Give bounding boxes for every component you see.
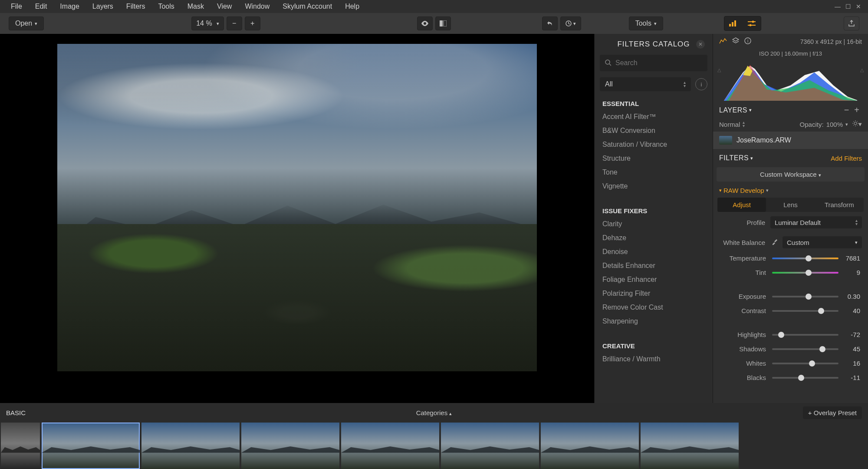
add-filters-button[interactable]: Add Filters [831, 155, 862, 162]
filter-accent-ai-filter-[interactable]: Accent AI Filter™ [595, 110, 713, 124]
image-dimensions: 7360 x 4912 px | 16-bit [800, 38, 862, 45]
filter-details-enhancer[interactable]: Details Enhancer [595, 259, 713, 273]
chevron-down-icon: ▾ [654, 21, 657, 26]
svg-rect-0 [440, 20, 443, 26]
profile-dropdown[interactable]: Luminar Default ▴▾ [770, 216, 862, 228]
add-layer-button[interactable]: + [852, 105, 862, 115]
filter-polarizing-filter[interactable]: Polarizing Filter [595, 287, 713, 301]
zoom-out-button[interactable]: − [227, 17, 242, 30]
window-close[interactable]: ✕ [853, 3, 864, 10]
zoom-dropdown[interactable]: 14 % ▾ [191, 17, 224, 30]
histogram-tab-icon[interactable] [719, 38, 727, 46]
export-button[interactable] [844, 17, 859, 30]
slider-track[interactable] [772, 348, 838, 350]
filter-dehaze[interactable]: Dehaze [595, 231, 713, 245]
overlay-preset-button[interactable]: + Overlay Preset [803, 406, 862, 419]
history-button[interactable]: ▾ [560, 17, 581, 30]
search-input-wrap[interactable] [600, 55, 707, 71]
tab-lens[interactable]: Lens [766, 198, 815, 212]
layer-item[interactable]: JoseRamos.ARW [713, 132, 868, 149]
slider-track[interactable] [772, 272, 838, 274]
slider-value: 40 [838, 307, 860, 314]
filter-denoise[interactable]: Denoise [595, 245, 713, 259]
categories-dropdown[interactable]: Categories ▴ [416, 409, 452, 416]
compare-button[interactable] [435, 17, 451, 30]
preset-thumb[interactable] [42, 423, 140, 469]
menu-help[interactable]: Help [339, 3, 366, 10]
slider-knob[interactable] [818, 308, 824, 314]
filter-vignette[interactable]: Vignette [595, 179, 713, 193]
slider-knob[interactable] [806, 294, 812, 300]
tab-transform[interactable]: Transform [815, 198, 864, 212]
preset-thumb[interactable] [441, 423, 539, 469]
slider-track[interactable] [772, 296, 838, 297]
menu-filters[interactable]: Filters [120, 3, 152, 10]
menu-window[interactable]: Window [238, 3, 276, 10]
catalog-scope-dropdown[interactable]: All ▴▾ [600, 77, 691, 91]
slider-knob[interactable] [809, 360, 815, 367]
opacity-value[interactable]: 100% [826, 121, 843, 128]
undo-button[interactable] [542, 17, 558, 30]
zoom-in-button[interactable]: + [245, 17, 260, 30]
eyedropper-button[interactable] [770, 238, 780, 247]
filter-clarity[interactable]: Clarity [595, 217, 713, 231]
preset-thumb[interactable] [341, 423, 439, 469]
preset-thumb[interactable] [541, 423, 639, 469]
menu-file[interactable]: File [4, 3, 29, 10]
clip-warning-right-icon[interactable]: △ [860, 67, 864, 73]
slider-track[interactable] [772, 377, 838, 379]
menu-image[interactable]: Image [53, 3, 85, 10]
canvas[interactable] [0, 34, 594, 403]
clip-warning-left-icon[interactable]: △ [717, 67, 721, 73]
slider-knob[interactable] [806, 270, 812, 276]
presets-panel-button[interactable] [724, 17, 743, 30]
remove-layer-button[interactable]: − [842, 105, 852, 115]
preset-thumb[interactable] [141, 423, 240, 469]
window-maximize[interactable]: ☐ [843, 3, 853, 10]
window-minimize[interactable]: — [832, 3, 843, 10]
slider-knob[interactable] [819, 346, 825, 352]
layers-section-title[interactable]: LAYERS ▾ [719, 106, 752, 114]
info-button[interactable]: i [695, 78, 707, 90]
preset-thumb[interactable] [1, 423, 40, 469]
raw-develop-section[interactable]: ▾ RAW Develop ▾ [713, 182, 868, 198]
menu-edit[interactable]: Edit [29, 3, 54, 10]
filter-foliage-enhancer[interactable]: Foliage Enhancer [595, 273, 713, 287]
preset-thumb[interactable] [641, 423, 739, 469]
slider-knob[interactable] [778, 332, 784, 338]
filter-structure[interactable]: Structure [595, 152, 713, 165]
workspace-dropdown[interactable]: Custom Workspace ▾ [717, 167, 865, 182]
preset-thumb[interactable] [241, 423, 339, 469]
search-input[interactable] [615, 59, 702, 67]
preview-eye-button[interactable] [417, 17, 433, 30]
filter-b-w-conversion[interactable]: B&W Conversion [595, 124, 713, 138]
menu-tools[interactable]: Tools [151, 3, 181, 10]
menu-mask[interactable]: Mask [181, 3, 210, 10]
blend-mode-dropdown[interactable]: Normal ▴▾ [719, 121, 745, 128]
slider-knob[interactable] [798, 375, 804, 381]
slider-knob[interactable] [806, 255, 812, 261]
menu-layers[interactable]: Layers [86, 3, 120, 10]
menu-skylum-account[interactable]: Skylum Account [276, 3, 339, 10]
slider-track[interactable] [772, 258, 838, 259]
open-button[interactable]: Open ▾ [9, 17, 44, 30]
slider-track[interactable] [772, 334, 838, 336]
info-tab-icon[interactable]: i [744, 37, 751, 46]
filter-tone[interactable]: Tone [595, 165, 713, 179]
slider-track[interactable] [772, 363, 838, 364]
filter-remove-color-cast[interactable]: Remove Color Cast [595, 301, 713, 314]
side-panel-button[interactable] [743, 17, 761, 30]
layer-settings-button[interactable]: ▾ [852, 120, 862, 128]
slider-label: Shadows [721, 345, 772, 353]
close-catalog-button[interactable]: ✕ [696, 40, 705, 49]
menu-view[interactable]: View [210, 3, 238, 10]
filter-brilliance-warmth[interactable]: Brilliance / Warmth [595, 352, 713, 366]
filter-sharpening[interactable]: Sharpening [595, 314, 713, 328]
wb-dropdown[interactable]: Custom ▾ [783, 236, 862, 248]
layers-tab-icon[interactable] [732, 37, 739, 46]
tools-dropdown[interactable]: Tools ▾ [629, 17, 663, 30]
filter-saturation-vibrance[interactable]: Saturation / Vibrance [595, 138, 713, 152]
filters-section-title[interactable]: FILTERS ▾ [719, 154, 753, 162]
tab-adjust[interactable]: Adjust [717, 198, 766, 212]
slider-track[interactable] [772, 310, 838, 312]
